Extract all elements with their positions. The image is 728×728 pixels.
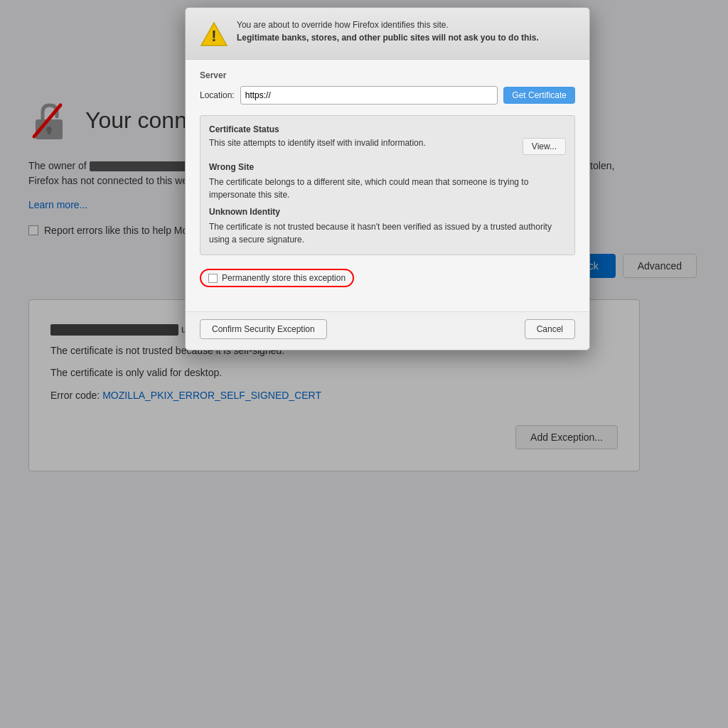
unknown-identity-desc: The certificate is not trusted because i… bbox=[209, 220, 566, 246]
cancel-button[interactable]: Cancel bbox=[525, 319, 575, 339]
cert-status-header: This site attempts to identify itself wi… bbox=[209, 138, 566, 155]
cert-status-desc: This site attempts to identify itself wi… bbox=[209, 138, 426, 148]
confirm-security-exception-button[interactable]: Confirm Security Exception bbox=[200, 319, 327, 339]
get-certificate-button[interactable]: Get Certificate bbox=[503, 87, 575, 104]
svg-text:!: ! bbox=[211, 27, 216, 45]
server-row: Location: Get Certificate bbox=[200, 86, 575, 105]
modal-footer: Confirm Security Exception Cancel bbox=[186, 311, 589, 350]
location-label: Location: bbox=[200, 90, 235, 100]
warning-icon: ! bbox=[200, 20, 228, 48]
modal-header: ! You are about to override how Firefox … bbox=[186, 8, 589, 60]
permanently-store-checkbox[interactable] bbox=[208, 274, 218, 283]
server-section-label: Server bbox=[200, 70, 575, 80]
modal-header-text: You are about to override how Firefox id… bbox=[237, 18, 539, 44]
view-button[interactable]: View... bbox=[523, 138, 566, 155]
wrong-site-desc: The certificate belongs to a different s… bbox=[209, 176, 566, 201]
modal-body: Server Location: Get Certificate Certifi… bbox=[186, 60, 589, 311]
permanently-store-area: Permanently store this exception bbox=[200, 266, 575, 290]
cert-status-title: Certificate Status bbox=[209, 124, 566, 134]
permanently-store-label: Permanently store this exception bbox=[222, 273, 346, 283]
unknown-identity-title: Unknown Identity bbox=[209, 207, 566, 217]
header-text: You are about to override how Firefox id… bbox=[237, 18, 539, 31]
certificate-status-section: Certificate Status This site attempts to… bbox=[200, 115, 575, 255]
permanently-store-outline: Permanently store this exception bbox=[200, 269, 354, 287]
wrong-site-title: Wrong Site bbox=[209, 162, 566, 172]
location-input[interactable] bbox=[240, 86, 498, 105]
security-exception-dialog: ! You are about to override how Firefox … bbox=[185, 7, 590, 350]
header-warning: Legitimate banks, stores, and other publ… bbox=[237, 31, 539, 44]
